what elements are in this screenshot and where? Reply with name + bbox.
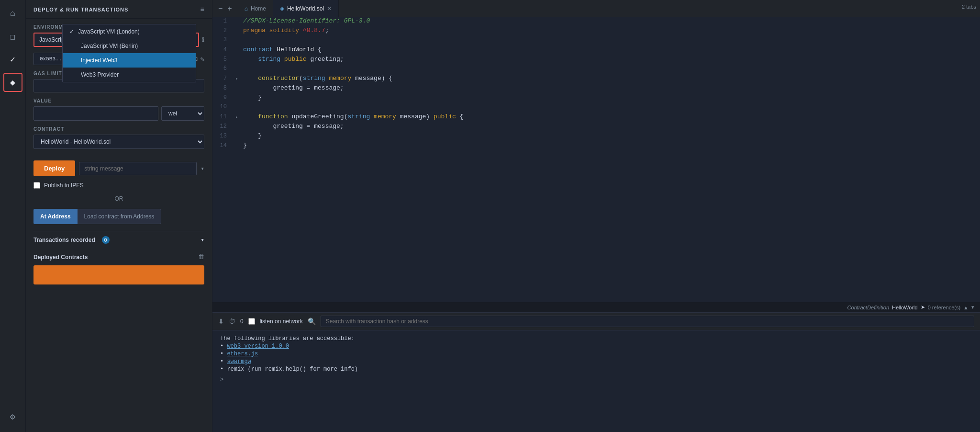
- code-line-8: 8 greeting = message;: [212, 84, 980, 94]
- edit-icon[interactable]: ✎: [200, 55, 204, 63]
- listen-network-checkbox[interactable]: [248, 318, 255, 325]
- tab-home-label: Home: [251, 5, 266, 12]
- file-tab-icon: ◈: [280, 5, 284, 12]
- code-content-4: contract HelloWorld {: [243, 46, 322, 53]
- dropdown-item-web3provider[interactable]: Web3 Provider: [63, 68, 196, 82]
- tabs-count: 2 tabs: [962, 4, 976, 10]
- code-line-4: 4 contract HelloWorld {: [212, 46, 980, 56]
- code-line-7: 7 ▸ constructor(string memory message) {: [212, 75, 980, 84]
- environment-dropdown: ✓ JavaScript VM (London) JavaScript VM (…: [62, 24, 196, 82]
- reference-arrow-icon: ➤: [921, 304, 925, 310]
- deployed-contract-bar[interactable]: [33, 265, 204, 284]
- panel-minimize-icon[interactable]: ≡: [200, 6, 204, 13]
- code-line-12: 12 greeting = message;: [212, 123, 980, 132]
- at-address-button[interactable]: At Address: [33, 209, 78, 224]
- deploy-button[interactable]: Deploy: [33, 160, 75, 176]
- code-content-13: }: [243, 132, 262, 139]
- settings-icon[interactable]: ⚙: [3, 407, 22, 426]
- console-line-remix: • remix (run remix.help() for more info): [220, 366, 972, 373]
- code-content-1: //SPDX-License-Identifier: GPL-3.0: [243, 17, 370, 24]
- home-icon[interactable]: ⌂: [3, 4, 22, 23]
- references-count: 0 reference(s): [928, 305, 960, 310]
- code-line-11: 11 ▸ function updateGreeting(string memo…: [212, 113, 980, 123]
- transactions-badge: 0: [102, 236, 110, 244]
- panel-title: DEPLOY & RUN TRANSACTIONS: [33, 7, 128, 12]
- code-content-14: }: [243, 142, 247, 149]
- console-clear-icon[interactable]: ⬇: [218, 318, 224, 325]
- value-unit-select[interactable]: wei gwei finney ether: [161, 106, 204, 121]
- console-content: The following libraries are accessible: …: [212, 330, 980, 432]
- environment-info-icon[interactable]: ℹ: [202, 36, 204, 44]
- console-link-ethers[interactable]: ethers.js: [227, 351, 258, 357]
- value-input[interactable]: 0: [33, 106, 158, 121]
- dropdown-item-injectedweb3[interactable]: Injected Web3: [63, 53, 196, 68]
- contract-label: CONTRACT: [33, 126, 204, 132]
- files-icon[interactable]: ❑: [3, 27, 22, 46]
- code-content-7: constructor(string memory message) {: [243, 75, 392, 82]
- console-clock-icon[interactable]: ⏱: [229, 318, 235, 325]
- contract-select[interactable]: HelloWorld - HelloWorld.sol: [33, 135, 204, 149]
- chevron-down-icon[interactable]: ▾: [971, 304, 974, 310]
- console-prompt: >: [220, 376, 972, 383]
- or-divider: OR: [33, 195, 204, 202]
- zoom-in-button[interactable]: +: [225, 3, 234, 14]
- contract-group: CONTRACT HelloWorld - HelloWorld.sol: [33, 126, 204, 155]
- tab-helloworld[interactable]: ◈ HelloWorld.sol ✕: [273, 0, 339, 17]
- publish-ipfs-checkbox[interactable]: [33, 182, 40, 189]
- code-content-12: greeting = message;: [243, 123, 344, 130]
- code-line-5: 5 string public greeting;: [212, 56, 980, 65]
- deployed-contracts-title: Deployed Contracts: [33, 254, 88, 261]
- code-content-11: function updateGreeting(string memory me…: [243, 113, 463, 120]
- chevron-up-icon[interactable]: ▲: [963, 305, 969, 310]
- value-group: VALUE 0 wei gwei finney ether: [33, 98, 204, 121]
- console-line-web3: • web3 version 1.0.0: [220, 343, 972, 350]
- console-search-icon[interactable]: 🔍: [308, 318, 316, 326]
- code-content-9: }: [243, 94, 262, 101]
- trash-icon[interactable]: 🗑: [198, 253, 204, 261]
- zoom-out-button[interactable]: −: [216, 3, 224, 14]
- console-line-ethers: • ethers.js: [220, 351, 972, 357]
- transactions-recorded-accordion: Transactions recorded 0 ▾: [33, 231, 204, 249]
- code-line-10: 10: [212, 103, 980, 113]
- publish-ipfs-row: Publish to IPFS: [33, 182, 204, 189]
- deploy-icon[interactable]: ◆: [3, 73, 22, 92]
- home-tab-icon: ⌂: [245, 5, 248, 12]
- transactions-recorded-header[interactable]: Transactions recorded 0 ▾: [33, 236, 204, 244]
- console-toolbar: ⬇ ⏱ 0 listen on network 🔍: [212, 313, 980, 330]
- deploy-message-input[interactable]: string message: [79, 162, 197, 175]
- publish-ipfs-label: Publish to IPFS: [44, 182, 84, 189]
- transactions-recorded-title: Transactions recorded: [33, 237, 95, 243]
- dropdown-item-jsberlin[interactable]: JavaScript VM (Berlin): [63, 39, 196, 53]
- contract-definition-label: ContractDefinition: [847, 305, 889, 310]
- console-link-swarmgw[interactable]: swarmgw: [227, 358, 251, 365]
- console-link-web3[interactable]: web3 version 1.0.0: [227, 343, 289, 350]
- left-panel: DEPLOY & RUN TRANSACTIONS ≡ ENVIRONMENT …: [26, 0, 212, 432]
- tab-bar: − + ⌂ Home ◈ HelloWorld.sol ✕ 2 tabs: [212, 0, 980, 17]
- tab-home[interactable]: ⌂ Home: [238, 0, 273, 17]
- listen-network-label: listen on network: [260, 318, 303, 325]
- main-area: − + ⌂ Home ◈ HelloWorld.sol ✕ 2 tabs 1 /…: [212, 0, 980, 432]
- code-line-6: 6: [212, 65, 980, 75]
- code-line-1: 1 //SPDX-License-Identifier: GPL-3.0: [212, 17, 980, 27]
- console-search-input[interactable]: [321, 316, 974, 327]
- icon-bar: ⌂ ❑ ✓ ◆ ⚙: [0, 0, 26, 432]
- deployed-contracts-section: Deployed Contracts 🗑: [33, 249, 204, 265]
- code-line-14: 14 }: [212, 142, 980, 151]
- panel-body: ENVIRONMENT JavaScript VM (London) ℹ ✓ J…: [26, 19, 212, 432]
- load-contract-button[interactable]: Load contract from Address: [78, 209, 162, 224]
- console-line-intro: The following libraries are accessible:: [220, 335, 972, 342]
- dropdown-item-jslondon[interactable]: ✓ JavaScript VM (London): [63, 24, 196, 39]
- check-icon: ✓: [69, 28, 74, 35]
- transactions-chevron-icon[interactable]: ▾: [200, 236, 204, 244]
- value-label: VALUE: [33, 98, 204, 103]
- tab-close-icon[interactable]: ✕: [327, 5, 332, 12]
- bottom-status-bar: ContractDefinition HelloWorld ➤ 0 refere…: [212, 302, 980, 312]
- code-content-5: string public greeting;: [243, 56, 344, 63]
- tab-helloworld-label: HelloWorld.sol: [287, 5, 324, 12]
- code-content-2: pragma solidity ^0.8.7;: [243, 27, 329, 34]
- compile-icon[interactable]: ✓: [3, 50, 22, 69]
- deploy-chevron-icon[interactable]: ▾: [200, 165, 204, 172]
- contract-definition-name: HelloWorld: [892, 305, 918, 310]
- code-line-2: 2 pragma solidity ^0.8.7;: [212, 27, 980, 36]
- code-line-3: 3: [212, 36, 980, 46]
